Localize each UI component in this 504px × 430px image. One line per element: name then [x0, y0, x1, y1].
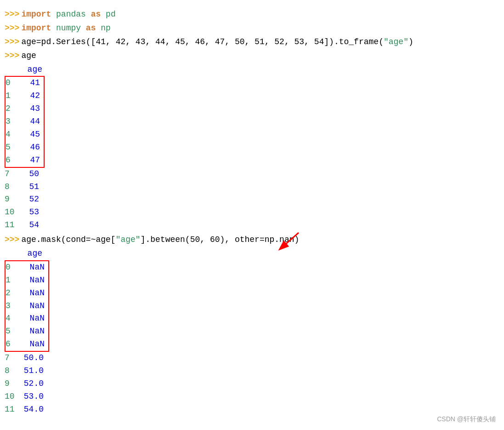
df1-row-10: 10 53 [5, 206, 499, 219]
df1-val-3: 44 [18, 115, 44, 128]
df1-row-3: 3 44 [6, 115, 44, 128]
df1-row-1: 1 42 [6, 90, 44, 103]
df2-idx-0: 0 [6, 261, 18, 274]
numpy-name: numpy [56, 22, 81, 35]
df1-row-8: 8 51 [5, 181, 499, 194]
df1-boxed-rows: 0 41 1 42 2 43 3 44 4 45 5 46 [5, 76, 45, 167]
df2-idx-3: 3 [6, 300, 18, 313]
df2-row-7: 7 50.0 [5, 352, 499, 365]
prompt-1: >>> [5, 8, 19, 21]
df2-row-6: 6 NaN [6, 338, 48, 351]
df2-row-1: 1 NaN [6, 274, 48, 287]
mask-code: age.mask(cond=~age[ [21, 234, 115, 247]
age-assign-code: age=pd.Series([41, 42, 43, 44, 45, 46, 4… [21, 36, 384, 49]
df2-row-11: 11 54.0 [5, 403, 499, 416]
df1-idx-2: 2 [6, 103, 18, 115]
df2-val-6: NaN [18, 338, 48, 351]
import-line-1: >>> import pandas as pd [5, 8, 499, 21]
df1-val-1: 42 [18, 90, 44, 103]
df2-idx-9: 9 [5, 378, 17, 390]
prompt-2: >>> [5, 22, 19, 35]
df2-val-11: 54.0 [17, 403, 47, 416]
df1-val-4: 45 [18, 128, 44, 141]
import-keyword-1: import [21, 8, 51, 21]
df1-val-2: 43 [18, 103, 44, 115]
age-key-str: "age" [116, 234, 141, 247]
df2-val-0: NaN [18, 261, 48, 274]
df2-val-1: NaN [18, 274, 48, 287]
dataframe-1-block: age 0 41 1 42 2 43 3 44 4 45 [5, 63, 499, 232]
df1-val-8: 51 [17, 181, 43, 194]
df2-val-9: 52.0 [17, 378, 47, 390]
df1-val-5: 46 [18, 141, 44, 154]
df2-boxed-rows: 0 NaN 1 NaN 2 NaN 3 NaN 4 NaN 5 NaN [5, 260, 49, 352]
df1-val-7: 50 [17, 168, 43, 181]
age-string: "age" [384, 36, 408, 49]
df1-row-7: 7 50 [5, 168, 499, 181]
svg-line-1 [280, 233, 299, 249]
df2-val-4: NaN [18, 312, 48, 325]
np-alias: np [101, 22, 111, 35]
df1-header-row: age [5, 63, 499, 76]
age-var: age [21, 50, 36, 63]
df1-idx-6: 6 [6, 154, 18, 167]
df1-idx-7: 7 [5, 168, 17, 181]
df1-val-9: 52 [17, 193, 43, 206]
df2-row-8: 8 51.0 [5, 365, 499, 378]
import-keyword-2: import [21, 22, 51, 35]
df2-idx-6: 6 [6, 338, 18, 351]
mask-cmd-line: >>> age.mask(cond=~age["age"].between(50… [5, 234, 499, 247]
prompt-4: >>> [5, 50, 19, 63]
df1-val-6: 47 [18, 154, 44, 167]
as-keyword-1: as [91, 8, 101, 21]
age-assign-line: >>> age=pd.Series([41, 42, 43, 44, 45, 4… [5, 36, 499, 49]
df1-row-4: 4 45 [6, 128, 44, 141]
df1-idx-5: 5 [6, 141, 18, 154]
df1-row-0: 0 41 [6, 77, 44, 90]
prompt-3: >>> [5, 36, 19, 49]
age-print-line: >>> age [5, 50, 499, 63]
df1-row-11: 11 54 [5, 219, 499, 232]
df1-idx-10: 10 [5, 206, 17, 219]
df2-idx-10: 10 [5, 390, 17, 403]
df1-row-6: 6 47 [6, 154, 44, 167]
pd-alias: pd [106, 8, 116, 21]
df2-idx-8: 8 [5, 365, 17, 378]
df2-idx-4: 4 [6, 312, 18, 325]
df1-val-10: 53 [17, 206, 43, 219]
df1-idx-1: 1 [6, 90, 18, 103]
df1-idx-11: 11 [5, 219, 17, 232]
as-keyword-2: as [86, 22, 96, 35]
csdn-watermark: CSDN @轩轩傻头铺 [437, 414, 496, 424]
df1-val-0: 41 [18, 77, 44, 90]
df2-val-7: 50.0 [17, 352, 47, 365]
prompt-5: >>> [5, 234, 19, 247]
df2-val-2: NaN [18, 287, 48, 300]
df2-idx-11: 11 [5, 403, 17, 416]
df1-row-9: 9 52 [5, 193, 499, 206]
df2-row-9: 9 52.0 [5, 378, 499, 390]
import-line-2: >>> import numpy as np [5, 22, 499, 35]
df1-idx-4: 4 [6, 128, 18, 141]
red-arrow-svg [262, 228, 317, 256]
df2-row-2: 2 NaN [6, 287, 48, 300]
df2-row-3: 3 NaN [6, 300, 48, 313]
df2-idx-1: 1 [6, 274, 18, 287]
df1-row-2: 2 43 [6, 103, 44, 115]
df1-idx-9: 9 [5, 193, 17, 206]
df2-val-5: NaN [18, 325, 48, 338]
pandas-name: pandas [56, 8, 86, 21]
df1-idx-0: 0 [6, 77, 18, 90]
df2-idx-5: 5 [6, 325, 18, 338]
df1-idx-3: 3 [6, 115, 18, 128]
df2-idx-7: 7 [5, 352, 17, 365]
df2-val-10: 53.0 [17, 390, 47, 403]
df1-col-header: age [18, 63, 46, 76]
df2-row-4: 4 NaN [6, 312, 48, 325]
df2-idx-2: 2 [6, 287, 18, 300]
df2-header-row: age [5, 247, 499, 260]
code-area: >>> import pandas as pd >>> import numpy… [0, 5, 504, 420]
df1-val-11: 54 [17, 219, 43, 232]
df1-idx-8: 8 [5, 181, 17, 194]
df2-val-8: 51.0 [17, 365, 47, 378]
